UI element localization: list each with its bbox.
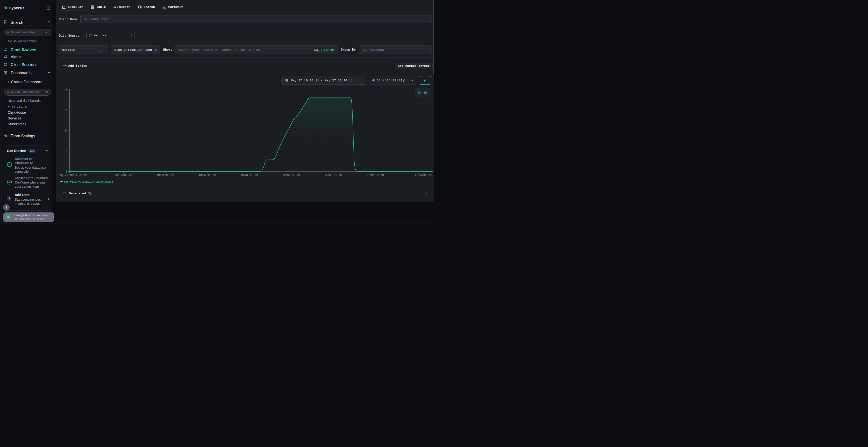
svg-text:10:37:00 AM: 10:37:00 AM bbox=[198, 173, 216, 177]
svg-text:11:05:00 AM: 11:05:00 AM bbox=[366, 173, 383, 177]
svg-text:10:44:00 AM: 10:44:00 AM bbox=[240, 173, 258, 177]
svg-text:7: 7 bbox=[66, 149, 67, 153]
svg-text:11:14:00 AM: 11:14:00 AM bbox=[415, 173, 432, 177]
svg-text:28: 28 bbox=[64, 88, 67, 92]
svg-text:10:23:00 AM: 10:23:00 AM bbox=[115, 173, 132, 177]
svg-text:max(visa_validation_cache.size: max(visa_validation_cache.size) bbox=[64, 180, 113, 183]
svg-text:10:58:00 AM: 10:58:00 AM bbox=[324, 173, 342, 177]
svg-text:10:51:00 AM: 10:51:00 AM bbox=[282, 173, 300, 177]
svg-text:14: 14 bbox=[64, 129, 67, 133]
svg-text:10:30:00 AM: 10:30:00 AM bbox=[156, 173, 174, 177]
svg-text:21: 21 bbox=[64, 108, 67, 112]
svg-text:May 27 10:14:00 AM: May 27 10:14:00 AM bbox=[59, 173, 87, 177]
